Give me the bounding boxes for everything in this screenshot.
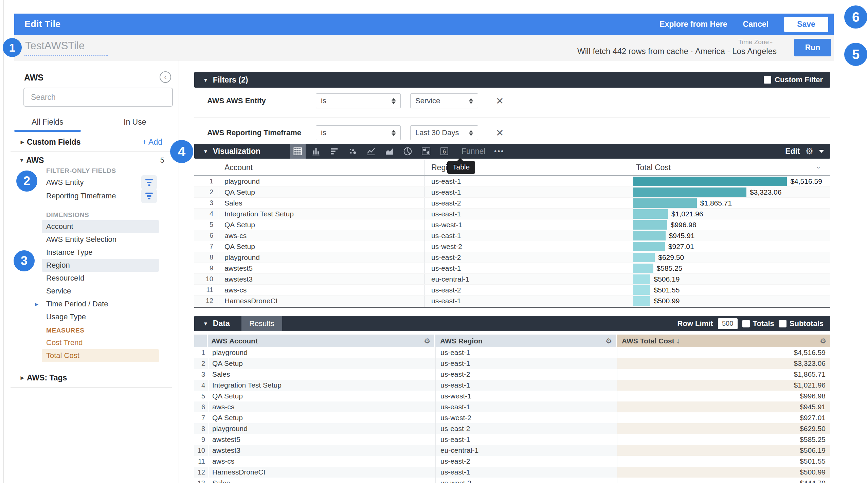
cell-region[interactable]: us-east-1: [424, 209, 633, 219]
viz-table-row[interactable]: 9awstest5us-east-1$585.25: [194, 263, 830, 274]
filter-value-select[interactable]: Last 30 Days: [410, 125, 478, 140]
cell-aws-region[interactable]: us-east-1: [435, 380, 617, 391]
tab-results[interactable]: Results: [241, 316, 282, 331]
filter-icon[interactable]: [141, 189, 157, 203]
cell-aws-region[interactable]: us-west-2: [435, 478, 617, 483]
cell-account[interactable]: awstest5: [219, 263, 424, 273]
viz-table-row[interactable]: 10awstest3eu-central-1$506.19: [194, 274, 830, 285]
cell-aws-region[interactable]: us-west-2: [435, 412, 617, 423]
dimension-item[interactable]: AWS Entity Selection: [42, 233, 159, 246]
filter-operator-select[interactable]: is: [316, 93, 401, 108]
cancel-button[interactable]: Cancel: [743, 20, 768, 29]
cell-account[interactable]: HarnessDroneCI: [219, 296, 424, 306]
dimension-item[interactable]: Service: [42, 285, 159, 298]
aws-group-row[interactable]: ▼ AWS 5: [4, 153, 179, 168]
data-table-row[interactable]: 12HarnessDroneCIus-east-1$500.99: [194, 467, 830, 478]
cell-aws-total-cost[interactable]: $1,865.71: [617, 369, 830, 380]
cell-account[interactable]: Sales: [219, 306, 424, 308]
viz-table-row[interactable]: 7QA Setupus-west-2$927.01: [194, 241, 830, 252]
cell-region[interactable]: us-east-2: [424, 252, 633, 263]
cell-total-cost[interactable]: $3,323.06: [633, 187, 830, 197]
cell-aws-region[interactable]: us-east-2: [435, 456, 617, 467]
data-table-row[interactable]: 7QA Setupus-west-2$927.01: [194, 412, 830, 423]
viz-type-line-icon[interactable]: [363, 144, 379, 159]
cell-aws-account[interactable]: playground: [208, 423, 435, 434]
subtotals-checkbox[interactable]: [779, 320, 786, 327]
viz-type-pie-icon[interactable]: [400, 144, 416, 159]
cell-total-cost[interactable]: $4,516.59: [633, 176, 830, 186]
viz-table-row[interactable]: 5QA Setupus-west-1$996.98: [194, 219, 830, 230]
collapse-sidebar-icon[interactable]: ‹: [160, 71, 171, 83]
cell-aws-region[interactable]: us-east-1: [435, 401, 617, 412]
cell-aws-region[interactable]: us-east-1: [435, 347, 617, 358]
remove-filter-icon[interactable]: ✕: [496, 95, 504, 107]
cell-aws-account[interactable]: playground: [208, 347, 435, 358]
viz-table-row[interactable]: 12HarnessDroneCIus-east-1$500.99: [194, 296, 830, 306]
cell-total-cost[interactable]: $927.01: [633, 241, 830, 252]
cell-account[interactable]: Integration Test Setup: [219, 209, 424, 219]
cell-aws-account[interactable]: QA Setup: [208, 412, 435, 423]
measure-item[interactable]: Total Cost: [42, 349, 159, 362]
cell-region[interactable]: us-east-2: [424, 285, 633, 295]
cell-account[interactable]: QA Setup: [219, 241, 424, 252]
data-table-row[interactable]: 4Integration Test Setupus-east-1$1,021.9…: [194, 380, 830, 391]
visualization-section-bar[interactable]: ▼ Visualization 6 Funnel ••• Edit ⚙: [194, 144, 830, 159]
remove-filter-icon[interactable]: ✕: [496, 127, 504, 139]
cell-region[interactable]: eu-central-1: [424, 274, 633, 284]
cell-aws-account[interactable]: Sales: [208, 478, 435, 483]
viz-type-funnel[interactable]: Funnel: [462, 147, 485, 156]
cell-aws-account[interactable]: QA Setup: [208, 358, 435, 369]
explore-from-here-link[interactable]: Explore from Here: [659, 20, 727, 29]
cell-region[interactable]: us-east-1: [424, 176, 633, 186]
cell-aws-region[interactable]: us-east-1: [435, 358, 617, 369]
cell-aws-total-cost[interactable]: $501.55: [617, 456, 830, 467]
cell-region[interactable]: us-west-1: [424, 219, 633, 230]
filter-icon[interactable]: [141, 175, 157, 190]
row-limit-input[interactable]: [718, 318, 738, 329]
filter-operator-select[interactable]: is: [316, 125, 401, 140]
tab-all-fields[interactable]: All Fields: [4, 115, 91, 131]
totals-checkbox[interactable]: [742, 320, 750, 327]
data-table-row[interactable]: 2QA Setupus-east-1$3,323.06: [194, 358, 830, 369]
time-zone-dropdown[interactable]: Time Zone ›: [738, 38, 773, 46]
cell-aws-total-cost[interactable]: $444.79: [617, 478, 830, 483]
viz-table-row[interactable]: 11aws-csus-east-2$501.55: [194, 285, 830, 296]
cell-total-cost[interactable]: $444.79: [633, 306, 830, 308]
viz-type-single-value-icon[interactable]: 6: [436, 144, 452, 159]
data-table-row[interactable]: 1playgroundus-east-1$4,516.59: [194, 347, 830, 358]
measure-item[interactable]: Cost Trend: [42, 336, 159, 349]
viz-table-row[interactable]: 6aws-csus-east-1$945.91: [194, 230, 830, 241]
cell-aws-region[interactable]: us-west-1: [435, 391, 617, 401]
cell-total-cost[interactable]: $501.55: [633, 285, 830, 295]
cell-total-cost[interactable]: $500.99: [633, 296, 830, 306]
subtotals-toggle[interactable]: Subtotals: [779, 319, 824, 328]
data-table-row[interactable]: 9awstest5us-east-1$585.25: [194, 434, 830, 445]
cell-aws-region[interactable]: us-east-1: [435, 434, 617, 445]
cell-total-cost[interactable]: $1,865.71: [633, 198, 830, 208]
tile-name-input[interactable]: TestAWSTile: [24, 40, 108, 56]
custom-fields-row[interactable]: ▶ Custom Fields + Add: [4, 135, 179, 149]
cell-region[interactable]: us-east-1: [424, 263, 633, 273]
data-col-aws-total-cost[interactable]: AWS Total Cost ↓ ⚙: [617, 335, 830, 347]
cell-region[interactable]: us-east-1: [424, 230, 633, 241]
data-table-row[interactable]: 11aws-csus-east-2$501.55: [194, 456, 830, 467]
data-table-row[interactable]: 5QA Setupus-west-1$996.98: [194, 391, 830, 401]
cell-aws-account[interactable]: aws-cs: [208, 456, 435, 467]
cell-aws-region[interactable]: us-east-1: [435, 467, 617, 478]
cell-aws-region[interactable]: us-east-2: [435, 423, 617, 434]
dimension-item[interactable]: ResourceId: [42, 272, 159, 285]
cell-aws-total-cost[interactable]: $585.25: [617, 434, 830, 445]
dimension-item[interactable]: Region: [42, 259, 159, 272]
dimension-item[interactable]: Instance Type: [42, 246, 159, 259]
chevron-down-icon[interactable]: [819, 150, 824, 153]
cell-total-cost[interactable]: $506.19: [633, 274, 830, 284]
viz-table-row[interactable]: 8playgroundus-east-2$629.50: [194, 252, 830, 263]
tab-in-use[interactable]: In Use: [91, 115, 179, 131]
cell-aws-total-cost[interactable]: $927.01: [617, 412, 830, 423]
viz-col-total-cost[interactable]: Total Cost ›: [633, 160, 830, 175]
filter-value-select[interactable]: Service: [410, 93, 478, 108]
data-table-row[interactable]: 13Salesus-west-2$444.79: [194, 478, 830, 483]
cell-region[interactable]: us-west-2: [424, 306, 633, 308]
cell-aws-account[interactable]: QA Setup: [208, 391, 435, 401]
cell-aws-account[interactable]: awstest5: [208, 434, 435, 445]
